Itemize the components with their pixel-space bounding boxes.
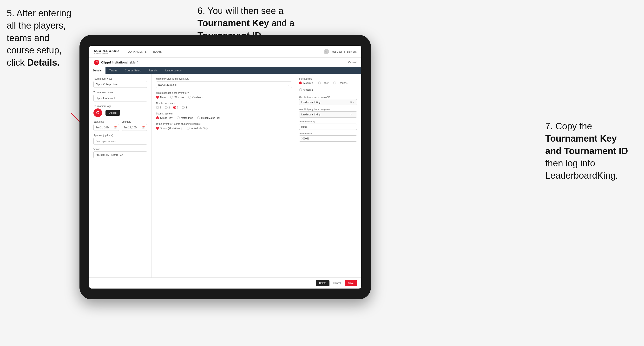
- tournament-id-value: 302051: [299, 135, 357, 142]
- format-section: Format type 5 count 4 Other: [299, 77, 357, 93]
- tournament-gender: (Men): [130, 61, 138, 64]
- rounds-row: 1 2 3: [156, 106, 292, 109]
- cancel-x-button[interactable]: Cancel: [348, 61, 356, 64]
- gender-womens-label: Womens: [174, 96, 184, 99]
- teams-teams[interactable]: Teams (+Individuals): [156, 127, 182, 130]
- scoring-stroke-label: Stroke Play: [160, 117, 172, 119]
- scoring-match[interactable]: Match Play: [177, 116, 193, 119]
- nav-items: TOURNAMENTS TEAMS: [126, 50, 162, 54]
- nav-teams[interactable]: TEAMS: [153, 50, 162, 54]
- radio-other: [318, 82, 321, 84]
- gender-womens[interactable]: Womens: [170, 96, 184, 99]
- radio-5count4: [299, 82, 302, 84]
- radio-round4: [182, 106, 185, 109]
- api1-value: Leaderboard King: [301, 101, 320, 104]
- col-middle: Which division is the event for? NCAA Di…: [156, 77, 292, 144]
- radio-individuals: [187, 127, 190, 130]
- radio-stroke: [156, 116, 159, 119]
- radio-mens-circle: [156, 96, 159, 99]
- left-column: Tournament Host Clippd College - Men ⌄ T…: [89, 74, 152, 277]
- venue-value: Peachtree GC - Atlanta - GA: [96, 154, 123, 156]
- venue-chevron: ⌄: [143, 154, 145, 156]
- teams-individuals[interactable]: Individuals Only: [187, 127, 208, 130]
- sponsor-label: Sponsor (optional): [94, 134, 147, 137]
- tournament-name-value: Clippd Invitational: [96, 97, 115, 100]
- api2-value: Leaderboard King: [301, 113, 320, 116]
- annotation-left-line4: course setup,: [7, 45, 62, 55]
- end-date-label: End date: [122, 121, 148, 123]
- api2-input[interactable]: Leaderboard King ✕ ⌄: [299, 111, 357, 118]
- scoring-medal[interactable]: Medal Match Play: [197, 116, 220, 119]
- tab-results[interactable]: Results: [145, 67, 162, 74]
- user-name: Test User: [331, 50, 342, 53]
- round-3[interactable]: 3: [173, 106, 178, 109]
- scoring-label: Scoring system: [156, 112, 292, 115]
- radio-round2: [165, 106, 168, 109]
- sponsor-input[interactable]: [94, 138, 147, 145]
- annotation-right-bold1: Tournament Key: [545, 134, 617, 144]
- tab-teams[interactable]: Teams: [106, 67, 121, 74]
- tournament-logo-label: Tournament logo: [94, 105, 147, 108]
- annotation-right-line2: then log into: [545, 158, 595, 168]
- save-button[interactable]: Save: [345, 280, 357, 286]
- venue-label: Venue: [94, 148, 147, 151]
- gender-group: Which gender is the event for? Mens Wome…: [156, 92, 292, 99]
- two-col-right: Which division is the event for? NCAA Di…: [156, 77, 357, 144]
- venue-dropdown[interactable]: Peachtree GC - Atlanta - GA ⌄: [94, 152, 147, 158]
- tournament-host-dropdown[interactable]: Clippd College - Men ⌄: [94, 81, 147, 88]
- header-separator: |: [344, 50, 345, 53]
- format-other[interactable]: Other: [318, 82, 328, 84]
- api2-clear[interactable]: ✕ ⌄: [350, 113, 355, 116]
- api2-field: Use third-party live scoring API? Leader…: [299, 108, 357, 118]
- scoring-radio-row: Stroke Play Match Play Medal Match Play: [156, 116, 292, 119]
- format-5count4-label: 5 count 4: [304, 82, 313, 84]
- tab-course-setup[interactable]: Course Setup: [121, 67, 145, 74]
- gender-combined[interactable]: Combined: [188, 96, 204, 99]
- content-footer: Delete Cancel Save: [89, 277, 361, 289]
- gender-mens[interactable]: Mens: [156, 96, 166, 99]
- round-2[interactable]: 2: [165, 106, 170, 109]
- teams-group: Is this event for Teams and/or Individua…: [156, 123, 292, 130]
- round-4[interactable]: 4: [182, 106, 187, 109]
- upload-button[interactable]: Upload: [106, 110, 120, 116]
- sub-header: C Clippd Invitational (Men) Cancel: [89, 58, 361, 67]
- sponsor-group: Sponsor (optional): [94, 134, 147, 145]
- tournament-name-input[interactable]: Clippd Invitational: [94, 95, 147, 101]
- cancel-button[interactable]: Cancel: [332, 280, 343, 286]
- format-6count4[interactable]: 6 count 4: [333, 82, 348, 84]
- logo-sub: Powered by clippd: [94, 53, 119, 54]
- annotation-left: 5. After entering all the players, teams…: [7, 7, 72, 69]
- tab-leaderboards[interactable]: Leaderboards: [161, 67, 186, 74]
- api1-label: Use third-party live scoring API?: [299, 96, 357, 98]
- format-5count4[interactable]: 5 count 4: [299, 82, 313, 84]
- annotation-left-line1: 5. After entering: [7, 8, 71, 18]
- format-6count5[interactable]: 6 count 5: [299, 88, 313, 91]
- api2-label: Use third-party live scoring API?: [299, 108, 357, 111]
- round1-label: 1: [160, 106, 161, 109]
- radio-6count4: [333, 82, 336, 84]
- tournament-host-value: Clippd College - Men: [96, 83, 118, 86]
- tournament-id-label: Tournament ID: [299, 132, 357, 135]
- tab-details[interactable]: Details: [89, 67, 106, 74]
- api1-clear[interactable]: ✕ ⌄: [350, 101, 355, 103]
- scoring-group: Scoring system Stroke Play Match Play: [156, 112, 292, 119]
- gender-mens-label: Mens: [160, 96, 166, 99]
- calendar-icon-start: 📅: [114, 126, 117, 129]
- scoring-stroke[interactable]: Stroke Play: [156, 116, 172, 119]
- end-date-input[interactable]: Jan 23, 2024 📅: [122, 124, 148, 131]
- main-content: Tournament Host Clippd College - Men ⌄ T…: [89, 74, 361, 277]
- round-1[interactable]: 1: [156, 106, 161, 109]
- start-date-input[interactable]: Jan 21, 2024 📅: [94, 124, 119, 131]
- api1-input[interactable]: Leaderboard King ✕ ⌄: [299, 99, 357, 105]
- api1-field: Use third-party live scoring API? Leader…: [299, 96, 357, 105]
- division-dropdown[interactable]: NCAA Division III ⌄: [156, 82, 292, 88]
- radio-round3: [173, 106, 176, 109]
- delete-button[interactable]: Delete: [316, 280, 330, 286]
- tournament-name-group: Tournament name Clippd Invitational: [94, 91, 147, 101]
- nav-tournaments[interactable]: TOURNAMENTS: [126, 50, 147, 54]
- annotation-left-bold: Details.: [27, 57, 60, 68]
- sign-out-link[interactable]: Sign out: [347, 50, 356, 53]
- logo-text: SCOREBOARD: [94, 49, 119, 53]
- rounds-label: Number of rounds: [156, 102, 292, 105]
- tablet-screen: SCOREBOARD Powered by clippd TOURNAMENTS…: [89, 46, 361, 289]
